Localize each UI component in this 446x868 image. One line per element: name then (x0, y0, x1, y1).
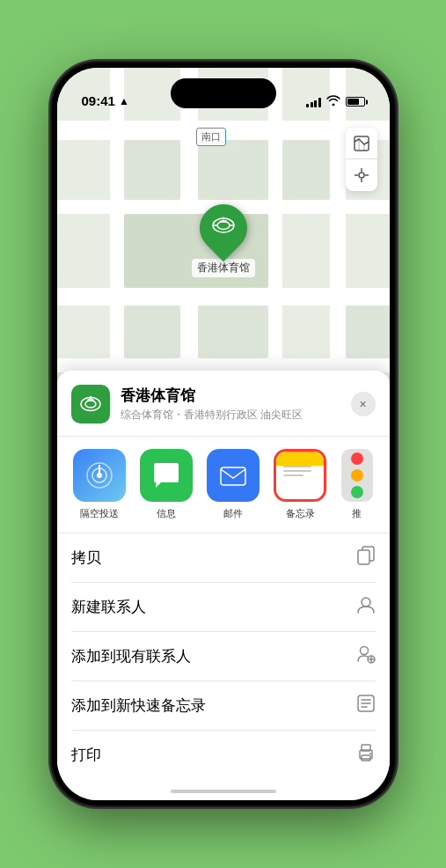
location-info: 香港体育馆 综合体育馆・香港特别行政区 油尖旺区 (121, 386, 351, 423)
share-item-notes[interactable]: 备忘录 (267, 449, 333, 520)
stadium-pin: 香港体育馆 (192, 204, 255, 277)
share-item-more[interactable]: 推 (333, 449, 380, 520)
mail-label: 邮件 (223, 507, 243, 520)
phone-frame: 09:41 ▲ (52, 63, 395, 805)
stadium-icon (211, 213, 236, 243)
notes-line (283, 474, 303, 476)
map-type-button[interactable] (346, 128, 377, 159)
location-header: 香港体育馆 综合体育馆・香港特别行政区 油尖旺区 × (57, 385, 390, 436)
share-row: 隔空投送 信息 (57, 437, 390, 533)
notes-line (283, 470, 311, 472)
share-item-mail[interactable]: 邮件 (200, 449, 267, 520)
location-subtitle: 综合体育馆・香港特别行政区 油尖旺区 (121, 408, 351, 423)
dynamic-island (171, 78, 276, 108)
battery-icon (346, 97, 365, 107)
svg-point-35 (369, 753, 371, 754)
phone-screen: 09:41 ▲ (57, 68, 390, 800)
note-icon (356, 694, 376, 717)
location-arrow-icon: ▲ (119, 95, 129, 107)
map-block (346, 305, 390, 358)
svg-rect-22 (358, 550, 369, 564)
new-contact-label: 新建联系人 (71, 597, 146, 617)
map-block (198, 305, 268, 358)
action-new-contact[interactable]: 新建联系人 (71, 583, 376, 632)
wifi-icon (326, 95, 340, 108)
notes-inner (276, 452, 324, 499)
add-note-label: 添加到新快速备忘录 (71, 695, 206, 716)
signal-bars-icon (306, 97, 321, 107)
more-label: 推 (352, 507, 362, 520)
map-label: 南口 (196, 128, 226, 146)
svg-point-24 (360, 647, 368, 655)
notes-icon-wrap (274, 449, 326, 502)
add-existing-label: 添加到现有联系人 (71, 646, 191, 666)
copy-label: 拷贝 (71, 548, 101, 568)
action-list: 拷贝 新建联系人 (57, 533, 390, 779)
notes-label: 备忘录 (286, 507, 315, 520)
home-indicator (171, 790, 276, 793)
svg-rect-4 (220, 220, 227, 223)
action-add-note[interactable]: 添加到新快速备忘录 (71, 681, 376, 731)
location-logo (71, 385, 110, 423)
map-block (198, 140, 268, 200)
action-print[interactable]: 打印 (71, 731, 376, 779)
messages-icon-wrap (140, 449, 193, 502)
person-plus-icon (356, 644, 376, 668)
map-controls[interactable] (346, 128, 377, 191)
svg-rect-34 (362, 755, 370, 761)
location-name: 香港体育馆 (121, 386, 351, 406)
svg-point-23 (362, 598, 370, 607)
status-time: 09:41 (82, 93, 115, 108)
messages-label: 信息 (157, 507, 176, 520)
svg-rect-20 (221, 467, 245, 485)
map-block (124, 305, 180, 358)
share-item-messages[interactable]: 信息 (133, 449, 200, 520)
more-icon-wrap (341, 449, 373, 502)
print-label: 打印 (71, 745, 101, 765)
mail-icon-wrap (207, 449, 260, 502)
svg-point-7 (359, 173, 364, 178)
map-block (124, 140, 180, 200)
action-add-existing[interactable]: 添加到现有联系人 (71, 632, 376, 681)
person-add-icon (356, 595, 376, 619)
airdrop-label: 隔空投送 (80, 507, 119, 520)
notes-line (283, 466, 311, 467)
share-item-airdrop[interactable]: 隔空投送 (66, 449, 133, 520)
svg-point-13 (85, 401, 96, 408)
bottom-sheet: 香港体育馆 综合体育馆・香港特别行政区 油尖旺区 × (57, 371, 390, 800)
map-block (282, 140, 330, 200)
copy-icon (356, 546, 376, 570)
close-button[interactable]: × (351, 392, 376, 416)
svg-rect-14 (87, 399, 94, 401)
location-button[interactable] (346, 159, 377, 191)
action-copy[interactable]: 拷贝 (71, 533, 376, 583)
svg-point-15 (89, 396, 91, 399)
status-icons (306, 95, 365, 108)
airdrop-icon-wrap (73, 449, 126, 502)
printer-icon (356, 743, 376, 767)
pin-circle (189, 195, 256, 261)
